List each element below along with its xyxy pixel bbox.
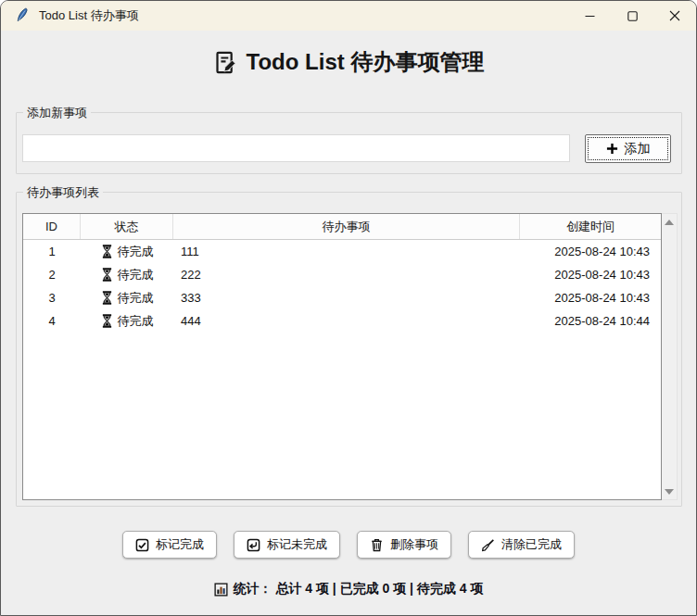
cell-task: 444 [173, 309, 520, 333]
scroll-down-icon[interactable] [662, 484, 678, 499]
delete-item-label: 删除事项 [390, 536, 438, 553]
cell-task: 111 [173, 240, 520, 263]
mark-undone-button[interactable]: 标记未完成 [234, 531, 340, 559]
statistics-text: 统计： 总计 4 项 | 已完成 0 项 | 待完成 4 项 [234, 581, 484, 597]
column-header-status[interactable]: 状态 [81, 214, 173, 239]
cell-created: 2025-08-24 10:44 [520, 309, 661, 333]
cell-id: 2 [23, 263, 81, 286]
page-title: Todo List 待办事项管理 [1, 47, 696, 77]
hourglass-icon [101, 314, 113, 328]
vertical-scrollbar[interactable] [662, 213, 678, 500]
plus-icon [606, 143, 618, 155]
cell-created: 2025-08-24 10:43 [520, 286, 661, 309]
todo-list-frame: 待办事项列表 ID 状态 待办事项 创建时间 1 [16, 192, 682, 507]
cell-task: 222 [173, 263, 520, 286]
return-arrow-icon [247, 538, 260, 552]
statistics-bar: 统计： 总计 4 项 | 已完成 0 项 | 待完成 4 项 [1, 581, 696, 597]
list-frame-label: 待办事项列表 [23, 184, 103, 201]
todo-table: ID 状态 待办事项 创建时间 1 [22, 213, 662, 500]
maximize-button[interactable] [611, 1, 653, 31]
clear-completed-button[interactable]: 清除已完成 [468, 531, 575, 559]
add-item-frame: 添加新事项 添加 [16, 112, 682, 174]
table-row[interactable]: 1 待完成 111 2025-08-24 10:43 [23, 240, 661, 263]
status-label: 待完成 [118, 244, 154, 260]
column-header-task[interactable]: 待办事项 [173, 214, 520, 239]
window-controls [568, 1, 696, 31]
broom-icon [481, 538, 495, 552]
cell-task: 333 [173, 286, 520, 309]
add-frame-label: 添加新事项 [23, 105, 91, 121]
cell-created: 2025-08-24 10:43 [520, 263, 661, 286]
action-button-row: 标记完成 标记未完成 删除事项 [1, 531, 696, 559]
status-label: 待完成 [118, 267, 154, 283]
trash-icon [370, 538, 384, 552]
column-header-id[interactable]: ID [23, 214, 81, 239]
delete-item-button[interactable]: 删除事项 [357, 531, 451, 559]
cell-status: 待完成 [81, 240, 173, 263]
clear-completed-label: 清除已完成 [501, 536, 562, 553]
cell-status: 待完成 [81, 309, 173, 333]
cell-status: 待完成 [81, 286, 173, 309]
cell-id: 4 [23, 309, 81, 333]
bar-chart-icon [214, 583, 228, 597]
mark-undone-label: 标记未完成 [267, 536, 327, 553]
checkbox-checked-icon [135, 538, 149, 552]
hourglass-icon [101, 268, 113, 282]
cell-created: 2025-08-24 10:43 [520, 240, 661, 263]
table-row[interactable]: 3 待完成 333 2025-08-24 10:43 [23, 286, 661, 309]
hourglass-icon [101, 245, 113, 258]
window-title: Todo List 待办事项 [39, 7, 568, 24]
status-label: 待完成 [118, 313, 154, 330]
cell-id: 3 [23, 286, 81, 309]
cell-status: 待完成 [81, 263, 173, 286]
scroll-up-icon[interactable] [662, 214, 678, 230]
hourglass-icon [101, 291, 113, 305]
memo-icon [213, 50, 238, 75]
mark-done-label: 标记完成 [156, 536, 204, 553]
page-title-text: Todo List 待办事项管理 [247, 47, 485, 77]
main-content: Todo List 待办事项管理 添加新事项 添加 待办事项列表 ID 状态 待… [1, 31, 696, 615]
mark-done-button[interactable]: 标记完成 [122, 531, 217, 559]
new-todo-input[interactable] [22, 134, 570, 162]
tk-feather-icon [14, 7, 31, 24]
cell-id: 1 [23, 240, 81, 263]
close-button[interactable] [653, 1, 696, 31]
add-button[interactable]: 添加 [585, 134, 671, 163]
title-bar: Todo List 待办事项 [1, 1, 696, 31]
add-button-label: 添加 [625, 141, 651, 157]
column-header-created[interactable]: 创建时间 [520, 214, 661, 239]
minimize-button[interactable] [568, 1, 611, 31]
todo-table-wrap: ID 状态 待办事项 创建时间 1 [22, 213, 678, 500]
table-header-row: ID 状态 待办事项 创建时间 [23, 214, 661, 240]
table-row[interactable]: 2 待完成 222 2025-08-24 10:43 [23, 263, 661, 286]
table-row[interactable]: 4 待完成 444 2025-08-24 10:44 [23, 309, 661, 333]
app-window: Todo List 待办事项 Todo List 待办事项管理 [0, 0, 697, 616]
status-label: 待完成 [118, 290, 154, 307]
